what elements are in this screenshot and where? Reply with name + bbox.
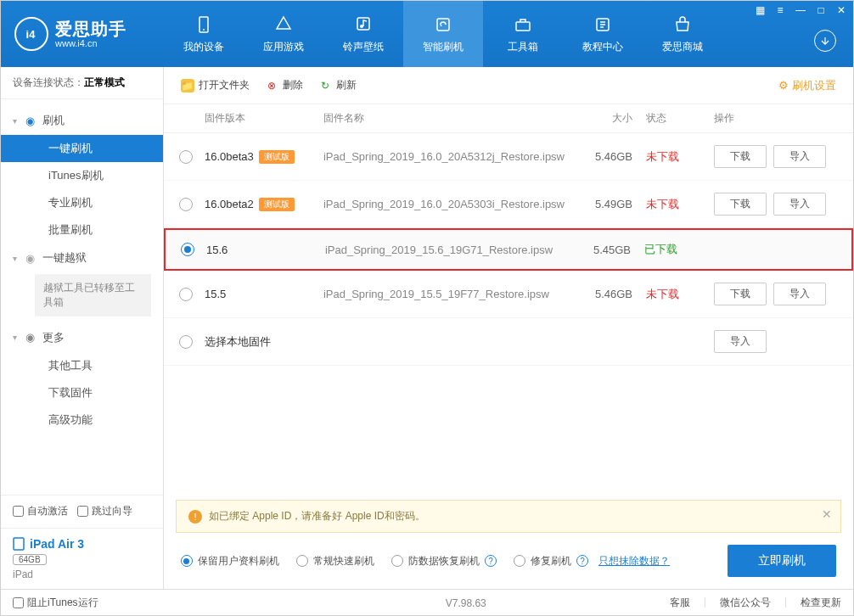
- sidebar-section-flash[interactable]: ▾◉刷机: [1, 106, 163, 135]
- device-type: iPad: [13, 568, 151, 580]
- refresh-button[interactable]: ↻刷新: [318, 78, 357, 92]
- download-button[interactable]: 下载: [714, 193, 767, 216]
- local-firmware-label: 选择本地固件: [205, 334, 323, 350]
- top-nav: 我的设备应用游戏铃声壁纸智能刷机工具箱教程中心爱思商城: [164, 1, 722, 67]
- import-button[interactable]: 导入: [773, 145, 826, 168]
- col-action: 操作: [700, 111, 836, 126]
- shop-icon: [672, 14, 693, 35]
- wechat-link[interactable]: 微信公众号: [720, 596, 771, 610]
- nav-app[interactable]: 应用游戏: [244, 1, 323, 67]
- firmware-version: 16.0beta2测试版: [205, 198, 323, 211]
- sidebar-item[interactable]: iTunes刷机: [1, 162, 163, 189]
- app-icon: [273, 14, 294, 35]
- nav-music[interactable]: 铃声壁纸: [323, 1, 403, 67]
- app-logo-icon: i4: [14, 17, 48, 51]
- close-icon[interactable]: ✕: [834, 4, 848, 16]
- option-repair[interactable]: 修复刷机?: [514, 554, 588, 568]
- more-icon: ◉: [24, 332, 36, 344]
- nav-refresh[interactable]: 智能刷机: [403, 1, 483, 67]
- download-button[interactable]: 下载: [714, 283, 767, 305]
- refresh-icon: [433, 14, 453, 35]
- lock-icon: ◉: [24, 252, 36, 264]
- option-normal[interactable]: 常规快速刷机: [296, 554, 374, 568]
- grid-icon[interactable]: ▦: [753, 4, 767, 16]
- firmware-list: 16.0beta3测试版iPad_Spring_2019_16.0_20A531…: [164, 133, 853, 500]
- check-update-link[interactable]: 检查更新: [801, 596, 841, 610]
- sidebar-section-more[interactable]: ▾◉更多: [1, 323, 163, 352]
- firmware-status: 已下载: [631, 242, 699, 257]
- nav-shop[interactable]: 爱思商城: [643, 1, 722, 67]
- apple-id-notice: ! 如已绑定 Apple ID，请准备好 Apple ID和密码。 ✕: [176, 500, 841, 533]
- block-itunes-checkbox[interactable]: 阻止iTunes运行: [13, 596, 98, 610]
- firmware-status: 未下载: [632, 197, 700, 212]
- help-icon[interactable]: ?: [485, 555, 497, 567]
- gear-icon: ⚙: [778, 79, 789, 92]
- window-controls: ▦ ≡ — □ ✕: [753, 4, 848, 16]
- maximize-icon[interactable]: □: [814, 4, 828, 16]
- sidebar-item[interactable]: 批量刷机: [1, 216, 163, 244]
- sync-icon[interactable]: [814, 30, 836, 52]
- sidebar-item[interactable]: 专业刷机: [1, 189, 163, 216]
- help-icon[interactable]: ?: [576, 555, 588, 567]
- firmware-row[interactable]: 16.0beta3测试版iPad_Spring_2019_16.0_20A531…: [164, 133, 853, 181]
- app-header: i4 爱思助手 www.i4.cn 我的设备应用游戏铃声壁纸智能刷机工具箱教程中…: [1, 1, 853, 67]
- sidebar-section-lock[interactable]: ▾◉一键越狱: [1, 244, 163, 272]
- auto-activate-checkbox[interactable]: 自动激活: [13, 504, 68, 518]
- local-firmware-row[interactable]: 选择本地固件导入: [164, 318, 853, 366]
- sidebar-list: ▾◉刷机一键刷机iTunes刷机专业刷机批量刷机▾◉一键越狱越狱工具已转移至工具…: [1, 99, 163, 495]
- status-label: 设备连接状态：: [13, 76, 84, 88]
- svg-rect-6: [516, 22, 530, 31]
- notice-close-icon[interactable]: ✕: [822, 507, 832, 521]
- option-anti-recover[interactable]: 防数据恢复刷机?: [391, 554, 497, 568]
- sidebar-item[interactable]: 高级功能: [1, 406, 163, 434]
- footer: 阻止iTunes运行 V7.98.63 客服| 微信公众号| 检查更新: [1, 589, 853, 616]
- minimize-icon[interactable]: —: [794, 4, 807, 16]
- menu-icon[interactable]: ≡: [773, 4, 787, 16]
- flash-options: 保留用户资料刷机 常规快速刷机 防数据恢复刷机? 修复刷机? 只想抹除数据？ 立…: [164, 533, 853, 589]
- svg-text:i4: i4: [26, 28, 37, 41]
- erase-only-link[interactable]: 只想抹除数据？: [598, 554, 670, 568]
- connection-status: 设备连接状态：正常模式: [1, 67, 163, 99]
- import-button[interactable]: 导入: [714, 330, 767, 353]
- skip-guide-checkbox[interactable]: 跳过向导: [77, 504, 132, 518]
- delete-button[interactable]: ⊗删除: [265, 78, 303, 92]
- device-capacity: 64GB: [13, 554, 47, 565]
- firmware-radio[interactable]: [179, 150, 193, 164]
- firmware-row[interactable]: 15.5iPad_Spring_2019_15.5_19F77_Restore.…: [164, 271, 853, 318]
- warning-icon: !: [188, 510, 202, 524]
- sidebar-item[interactable]: 下载固件: [1, 379, 163, 406]
- open-folder-button[interactable]: 📁打开文件夹: [181, 78, 250, 92]
- firmware-radio[interactable]: [179, 288, 193, 301]
- device-name[interactable]: iPad Air 3: [13, 537, 151, 551]
- sidebar-item[interactable]: 其他工具: [1, 352, 163, 379]
- option-keep-data[interactable]: 保留用户资料刷机: [181, 554, 279, 568]
- status-value: 正常模式: [84, 76, 125, 88]
- book-icon: [593, 14, 613, 35]
- sidebar-note: 越狱工具已转移至工具箱: [35, 274, 151, 316]
- nav-toolbox[interactable]: 工具箱: [483, 1, 563, 67]
- firmware-row[interactable]: 16.0beta2测试版iPad_Spring_2019_16.0_20A530…: [164, 181, 853, 228]
- support-link[interactable]: 客服: [670, 596, 690, 610]
- svg-rect-5: [437, 19, 449, 31]
- import-button[interactable]: 导入: [773, 283, 826, 305]
- flash-settings-button[interactable]: ⚙刷机设置: [778, 78, 836, 93]
- firmware-name: iPad_Spring_2019_15.6_19G71_Restore.ipsw: [325, 244, 563, 256]
- nav-book[interactable]: 教程中心: [563, 1, 643, 67]
- nav-phone[interactable]: 我的设备: [164, 1, 244, 67]
- firmware-size: 5.46GB: [565, 150, 632, 163]
- import-button[interactable]: 导入: [773, 193, 826, 216]
- firmware-name: iPad_Spring_2019_15.5_19F77_Restore.ipsw: [323, 288, 565, 300]
- sidebar-item[interactable]: 一键刷机: [1, 135, 163, 162]
- flash-now-button[interactable]: 立即刷机: [728, 545, 836, 577]
- firmware-radio[interactable]: [179, 335, 193, 349]
- firmware-name: iPad_Spring_2019_16.0_20A5303i_Restore.i…: [323, 198, 565, 210]
- col-status: 状态: [632, 111, 700, 126]
- download-button[interactable]: 下载: [714, 145, 767, 168]
- firmware-radio[interactable]: [181, 243, 194, 256]
- svg-rect-8: [14, 538, 24, 550]
- firmware-actions: 下载导入: [700, 283, 836, 305]
- firmware-status: 未下载: [632, 149, 700, 165]
- firmware-row[interactable]: 15.6iPad_Spring_2019_15.6_19G71_Restore.…: [164, 228, 853, 271]
- app-name: 爱思助手: [55, 20, 126, 38]
- firmware-radio[interactable]: [179, 198, 193, 211]
